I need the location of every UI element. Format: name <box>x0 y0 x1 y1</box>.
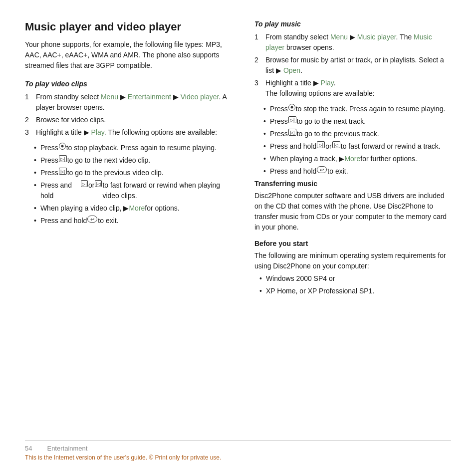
page-title: Music player and video player <box>25 20 235 34</box>
left-steps: 1 From standby select Menu ▶ Entertainme… <box>25 92 235 138</box>
right-music-link-2: Music player <box>265 33 432 51</box>
step-num-2: 2 <box>25 115 34 125</box>
footer-section-label: Entertainment <box>47 445 87 452</box>
left-bullet-list: Press to stop playback. Press again to r… <box>34 143 235 226</box>
right-steps: 1 From standby select Menu ▶ Music playe… <box>254 32 451 99</box>
prev-btn-icon-4: |◁ <box>332 141 340 148</box>
prev-btn-icon-1: |◁ <box>59 168 67 175</box>
right-step-num-3: 3 <box>254 78 263 88</box>
circle-dot-icon-1 <box>59 143 66 150</box>
left-bullet-1: Press to stop playback. Press again to r… <box>34 143 235 153</box>
right-bullet-list: Press to stop the track. Press again to … <box>263 104 451 177</box>
content-area: Music player and video player Your phone… <box>25 20 451 440</box>
right-bullet-1: Press to stop the track. Press again to … <box>263 104 451 114</box>
play-link-right: Play <box>321 79 334 87</box>
left-column: Music player and video player Your phone… <box>25 20 235 440</box>
right-bullet-3: Press |◁ to go to the previous track. <box>263 129 451 139</box>
back-icon-right <box>317 166 327 173</box>
right-step-num-2: 2 <box>254 55 263 65</box>
next-btn-icon-1: ▷| <box>59 155 67 162</box>
back-icon-left <box>87 216 97 223</box>
footer: 54 Entertainment This is the Internet ve… <box>25 440 451 461</box>
step-2-content: Browse for video clips. <box>36 115 235 125</box>
before-bullet-2: XP Home, or XP Professional SP1. <box>259 286 451 296</box>
page: Music player and video player Your phone… <box>0 0 476 476</box>
menu-link-entertainment: Entertainment <box>128 93 171 101</box>
right-step-2-content: Browse for music by artist or track, or … <box>265 55 451 76</box>
step-3-content: Highlight a title ▶ Play. The following … <box>36 127 235 138</box>
left-bullet-4: Press and hold ▷| or |◁ to fast forward … <box>34 180 235 201</box>
step-num-1: 1 <box>25 92 34 102</box>
left-bullet-2: Press ▷| to go to the next video clip. <box>34 155 235 166</box>
left-step-3: 3 Highlight a title ▶ Play. The followin… <box>25 127 235 138</box>
right-step-num-1: 1 <box>254 32 263 42</box>
left-bullet-6: Press and hold to exit. <box>34 216 235 226</box>
more-link-left: More <box>129 203 145 214</box>
left-step-1: 1 From standby select Menu ▶ Entertainme… <box>25 92 235 113</box>
right-step-3-content: Highlight a title ▶ Play. The following … <box>265 78 451 99</box>
page-number: 54 <box>25 445 32 452</box>
footer-row: 54 Entertainment <box>25 445 451 452</box>
transferring-heading: Transferring music <box>254 180 451 188</box>
right-step-3: 3 Highlight a title ▶ Play. The followin… <box>254 78 451 99</box>
right-bullet-5: When playing a track, ▶ More for further… <box>263 154 451 164</box>
right-bullet-4: Press and hold ▷| or |◁ to fast forward … <box>263 141 451 152</box>
more-link-right: More <box>344 154 360 164</box>
left-step-2: 2 Browse for video clips. <box>25 115 235 125</box>
prev-btn-icon-3: |◁ <box>288 129 296 136</box>
next-btn-icon-3: ▷| <box>288 116 296 123</box>
left-bullet-5: When playing a video clip, ▶ More for op… <box>34 203 235 214</box>
play-link-left: Play <box>91 128 104 136</box>
before-heading: Before you start <box>254 239 451 247</box>
prev-btn-icon-2: |◁ <box>95 180 102 187</box>
step-1-content: From standby select Menu ▶ Entertainment… <box>36 92 235 113</box>
right-music-link: Music player <box>357 33 396 41</box>
left-bullet-3: Press |◁ to go to the previous video cli… <box>34 168 235 178</box>
right-subheading: To play music <box>254 20 451 28</box>
next-btn-icon-2: ▷| <box>81 180 88 187</box>
before-bullet-1: Windows 2000 SP4 or <box>259 273 451 284</box>
intro-text: Your phone supports, for example, the fo… <box>25 39 235 71</box>
next-btn-icon-4: ▷| <box>317 141 325 148</box>
right-bullet-6: Press and hold to exit. <box>263 166 451 177</box>
right-bullet-2: Press ▷| to go to the next track. <box>263 116 451 127</box>
circle-dot-icon-2 <box>288 104 295 111</box>
menu-link-menu: Menu <box>101 93 118 101</box>
right-step-1-content: From standby select Menu ▶ Music player.… <box>265 32 451 53</box>
before-text: The following are minimum operating syst… <box>254 250 451 271</box>
open-link: Open <box>283 66 300 74</box>
before-bullet-list: Windows 2000 SP4 or XP Home, or XP Profe… <box>259 273 451 296</box>
right-step-1: 1 From standby select Menu ▶ Music playe… <box>254 32 451 53</box>
menu-link-videoplayer: Video player <box>181 93 219 101</box>
footer-note: This is the Internet version of the user… <box>25 454 451 461</box>
right-step-2: 2 Browse for music by artist or track, o… <box>254 55 451 76</box>
step-num-3: 3 <box>25 127 34 138</box>
left-subheading: To play video clips <box>25 80 235 88</box>
right-column: To play music 1 From standby select Menu… <box>254 20 451 440</box>
transferring-text: Disc2Phone computer software and USB dri… <box>254 191 451 233</box>
right-menu-link: Menu <box>330 33 348 41</box>
